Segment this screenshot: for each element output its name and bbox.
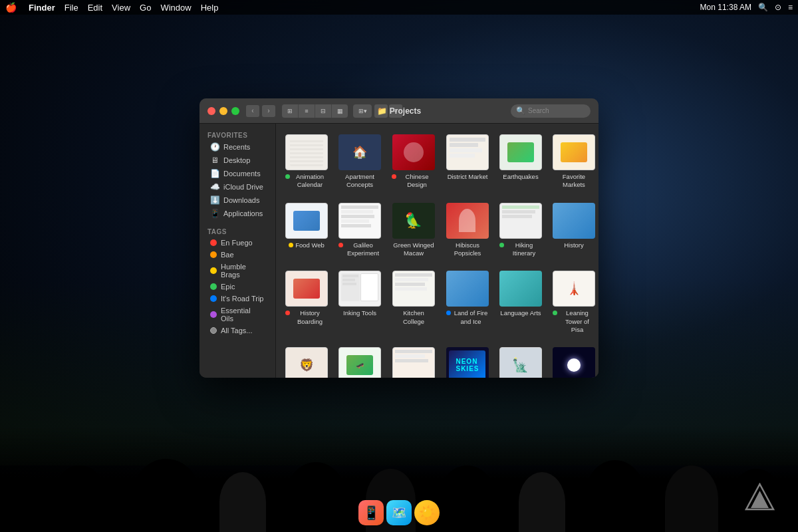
file-label: Hibiscus Popsicles — [446, 241, 489, 258]
sidebar-tag-all-tags[interactable]: All Tags... — [202, 325, 273, 336]
hamburger-icon[interactable]: ≡ — [788, 3, 793, 12]
list-item[interactable]: 🛹 Most popular Skate Parks — [336, 343, 384, 378]
file-thumbnail: 🏠 — [338, 134, 381, 170]
menu-file[interactable]: File — [65, 3, 78, 13]
list-item[interactable]: Hibiscus Popsicles — [444, 199, 491, 262]
menu-go[interactable]: Go — [140, 3, 151, 13]
list-item[interactable]: Inking Tools — [336, 267, 384, 338]
audience-head — [286, 462, 346, 532]
audience-head — [53, 466, 106, 532]
tag-indicator — [392, 174, 396, 179]
list-item[interactable]: Chinese Design — [389, 130, 438, 194]
forward-button[interactable]: › — [262, 105, 275, 117]
list-item[interactable]: Hiking Itinerary — [497, 199, 545, 262]
menu-finder[interactable]: Finder — [29, 3, 55, 13]
menu-edit[interactable]: Edit — [88, 3, 102, 13]
list-view-button[interactable]: ≡ — [299, 104, 315, 118]
file-thumbnail — [285, 203, 328, 239]
list-item[interactable]: 🗽 New York — [497, 343, 545, 378]
file-thumbnail — [553, 347, 595, 378]
sidebar-item-downloads[interactable]: ⬇️ Downloads — [202, 194, 273, 207]
dock-icon-app1[interactable]: 📱 — [358, 500, 384, 525]
file-thumbnail: NEONSKIES — [446, 347, 489, 378]
minimize-button[interactable] — [219, 107, 227, 115]
search-placeholder: Search — [528, 107, 549, 114]
file-label: Animation Calendar — [285, 173, 328, 190]
column-view-button[interactable]: ⊟ — [315, 104, 331, 118]
list-item[interactable]: History — [550, 199, 598, 262]
list-item[interactable]: History Boarding — [283, 267, 331, 338]
list-item[interactable]: Kitchen College — [389, 267, 438, 338]
file-thumbnail — [446, 203, 489, 239]
icloud-icon: ☁️ — [210, 182, 219, 192]
icon-view-button[interactable]: ⊞ — [282, 104, 298, 118]
dock-icon-maps[interactable]: 🗺️ — [386, 500, 412, 525]
sidebar-item-documents[interactable]: 📄 Documents — [202, 167, 273, 180]
sidebar-tag-epic[interactable]: Epic — [202, 281, 273, 293]
list-item[interactable]: Food Web — [283, 199, 331, 262]
window-title: 📁 Projects — [377, 106, 421, 116]
list-item[interactable]: Language Arts — [497, 267, 545, 338]
sidebar-tag-humble-brags[interactable]: Humble Brags — [202, 261, 273, 281]
file-label: Food Web — [289, 241, 325, 249]
recents-icon: 🕐 — [210, 142, 219, 152]
audience-head — [439, 466, 495, 532]
list-item[interactable]: Natural History — [389, 343, 438, 378]
file-thumbnail — [392, 271, 435, 307]
nav-buttons: ‹ › — [246, 105, 275, 117]
sidebar-tag-essential-oils[interactable]: Essential Oils — [202, 305, 273, 325]
dock: 📱 🗺️ ☀️ — [358, 500, 440, 525]
list-item[interactable]: 🗼 Leaning Tower of Pisa — [550, 267, 598, 338]
view-options-button[interactable]: ⊞▾ — [353, 104, 372, 118]
file-label: Green Winged Macaw — [392, 241, 436, 258]
folder-icon: 📁 — [377, 106, 387, 116]
close-button[interactable] — [207, 107, 215, 115]
control-center-icon[interactable]: ⊙ — [775, 3, 781, 12]
finder-body: Favorites 🕐 Recents 🖥 Desktop 📄 Document… — [200, 124, 598, 378]
audience-head — [519, 472, 565, 532]
menu-help[interactable]: Help — [201, 3, 219, 13]
file-thumbnail — [285, 271, 328, 307]
list-item[interactable]: Animation Calendar — [283, 130, 331, 194]
list-item[interactable]: District Market — [444, 130, 491, 194]
list-item[interactable]: NEONSKIES Neon Skies — [444, 343, 491, 378]
sidebar-item-icloud[interactable]: ☁️ iCloud Drive — [202, 180, 273, 194]
list-item[interactable]: 🦜 Green Winged Macaw — [389, 199, 438, 262]
list-item[interactable]: Galileo Experiment — [336, 199, 384, 262]
maximize-button[interactable] — [231, 107, 239, 115]
menu-view[interactable]: View — [112, 3, 130, 13]
list-item[interactable]: Land of Fire and Ice — [444, 267, 491, 338]
menu-window[interactable]: Window — [160, 3, 191, 13]
search-icon[interactable]: 🔍 — [758, 3, 768, 12]
file-thumbnail — [338, 203, 381, 239]
tag-dot-yellow — [210, 267, 217, 274]
search-box[interactable]: 🔍 Search — [511, 104, 591, 118]
list-item[interactable]: Favorite Markets — [550, 130, 598, 194]
file-thumbnail — [499, 271, 542, 307]
menu-time: Mon 11:38 AM — [700, 3, 751, 12]
sidebar-tag-bae[interactable]: Bae — [202, 249, 273, 261]
list-item[interactable]: Night Sky — [550, 343, 598, 378]
sidebar-tag-road-trip[interactable]: It's Road Trip — [202, 293, 273, 305]
list-item[interactable]: 🦁 Mammals in Africa — [283, 343, 331, 378]
apple-menu[interactable]: 🍎 — [5, 2, 17, 13]
list-item[interactable]: Earthquakes — [497, 130, 545, 194]
file-thumbnail — [338, 271, 381, 307]
dock-icon-app3[interactable]: ☀️ — [414, 500, 440, 525]
tags-section-title: Tags — [200, 225, 275, 237]
file-label: Favorite Markets — [553, 173, 595, 190]
file-thumbnail: 🛹 — [338, 347, 381, 378]
verge-logo — [745, 483, 775, 515]
back-button[interactable]: ‹ — [246, 105, 259, 117]
file-thumbnail — [553, 203, 595, 239]
sidebar-item-applications[interactable]: 📱 Applications — [202, 207, 273, 220]
traffic-lights — [207, 107, 239, 115]
list-item[interactable]: 🏠 Apartment Concepts — [336, 130, 384, 194]
svg-marker-1 — [751, 491, 769, 508]
sidebar-item-desktop[interactable]: 🖥 Desktop — [202, 154, 273, 167]
sidebar-tag-en-fuego[interactable]: En Fuego — [202, 237, 273, 249]
sidebar-item-recents[interactable]: 🕐 Recents — [202, 140, 273, 154]
gallery-view-button[interactable]: ▦ — [332, 104, 348, 118]
favorites-section-title: Favorites — [200, 129, 275, 140]
file-label: History Boarding — [285, 309, 328, 326]
